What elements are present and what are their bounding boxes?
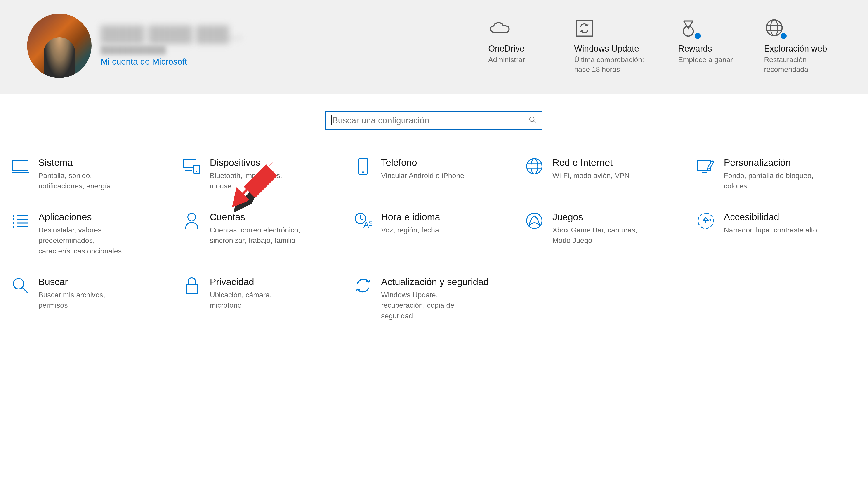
search-section: Buscar una configuración bbox=[0, 94, 868, 151]
profile-name-blurred: ████ ████ ███... bbox=[101, 25, 242, 43]
devices-icon bbox=[183, 157, 201, 175]
category-desc: Vincular Android o iPhone bbox=[381, 170, 476, 181]
svg-text:A字: A字 bbox=[364, 220, 372, 229]
category-title: Cuentas bbox=[210, 212, 343, 223]
text-cursor bbox=[331, 116, 332, 125]
category-privacidad[interactable]: Privacidad Ubicación, cámara, micrófono bbox=[183, 276, 343, 321]
svg-rect-23 bbox=[13, 215, 14, 217]
svg-line-8 bbox=[534, 121, 536, 123]
category-title: Hora e idioma bbox=[381, 212, 514, 223]
category-title: Accesibilidad bbox=[724, 212, 857, 223]
category-desc: Voz, región, fecha bbox=[381, 225, 476, 235]
tile-onedrive[interactable]: OneDrive Administrar bbox=[488, 16, 547, 74]
tile-title: Windows Update bbox=[574, 44, 639, 54]
category-desc: Fondo, pantalla de bloqueo, colores bbox=[724, 170, 819, 191]
onedrive-icon bbox=[488, 16, 511, 41]
category-accesibilidad[interactable]: Accesibilidad Narrador, lupa, contraste … bbox=[697, 212, 857, 256]
category-red[interactable]: Red e Internet Wi-Fi, modo avión, VPN bbox=[525, 157, 685, 191]
update-icon bbox=[574, 16, 594, 41]
accessibility-icon bbox=[697, 212, 715, 230]
notification-badge-icon bbox=[694, 32, 702, 40]
svg-point-31 bbox=[188, 213, 195, 221]
tile-title: Rewards bbox=[678, 44, 712, 54]
category-actualizacion[interactable]: Actualización y seguridad Windows Update… bbox=[354, 276, 514, 321]
category-juegos[interactable]: Juegos Xbox Game Bar, capturas, Modo Jue… bbox=[525, 212, 685, 256]
microsoft-account-link[interactable]: Mi cuenta de Microsoft bbox=[101, 57, 242, 67]
category-title: Buscar bbox=[38, 276, 171, 287]
svg-rect-24 bbox=[13, 219, 14, 220]
category-desc: Narrador, lupa, contraste alto bbox=[724, 225, 819, 235]
category-desc: Buscar mis archivos, permisos bbox=[38, 290, 133, 311]
category-buscar[interactable]: Buscar Buscar mis archivos, permisos bbox=[11, 276, 171, 321]
rewards-icon bbox=[678, 18, 699, 39]
notification-badge-icon bbox=[780, 32, 788, 40]
system-icon bbox=[11, 157, 29, 175]
svg-point-16 bbox=[362, 171, 364, 173]
tile-title: OneDrive bbox=[488, 44, 525, 54]
category-desc: Windows Update, recuperación, copia de s… bbox=[381, 290, 476, 321]
privacy-icon bbox=[183, 276, 201, 295]
svg-rect-25 bbox=[13, 222, 14, 224]
svg-point-18 bbox=[531, 159, 538, 174]
tile-windows-update[interactable]: Windows Update Última comprobación: hace… bbox=[574, 16, 651, 74]
tile-rewards[interactable]: Rewards Empiece a ganar bbox=[678, 16, 737, 74]
tile-web-exploration[interactable]: Exploración web Restauración recomendada bbox=[764, 16, 841, 74]
category-desc: Desinstalar, valores predeterminados, ca… bbox=[38, 225, 133, 256]
category-title: Personalización bbox=[724, 157, 857, 168]
header-section: ████ ████ ███... ████████████ Mi cuenta … bbox=[0, 0, 868, 94]
categories-grid: Sistema Pantalla, sonido, notificaciones… bbox=[0, 151, 868, 321]
apps-icon bbox=[11, 212, 29, 230]
personalization-icon bbox=[697, 157, 715, 175]
category-personalizacion[interactable]: Personalización Fondo, pantalla de bloqu… bbox=[697, 157, 857, 191]
category-desc: Ubicación, cámara, micrófono bbox=[210, 290, 305, 311]
svg-rect-40 bbox=[186, 284, 197, 294]
category-aplicaciones[interactable]: Aplicaciones Desinstalar, valores predet… bbox=[11, 212, 171, 256]
category-desc: Wi-Fi, modo avión, VPN bbox=[553, 170, 647, 181]
svg-point-17 bbox=[527, 159, 542, 174]
status-tiles: OneDrive Administrar Windows Update Últi… bbox=[488, 13, 841, 74]
globe-icon bbox=[764, 18, 784, 39]
category-desc: Pantalla, sonido, notificaciones, energí… bbox=[38, 170, 133, 191]
category-hora[interactable]: A字 Hora e idioma Voz, región, fecha bbox=[354, 212, 514, 256]
svg-point-38 bbox=[13, 279, 24, 289]
phone-icon bbox=[354, 157, 372, 175]
category-sistema[interactable]: Sistema Pantalla, sonido, notificaciones… bbox=[11, 157, 171, 191]
svg-point-4 bbox=[771, 20, 778, 36]
svg-point-3 bbox=[766, 20, 782, 36]
profile-email-blurred: ████████████ bbox=[101, 45, 242, 54]
tile-sub: Empiece a ganar bbox=[678, 55, 733, 65]
search-placeholder: Buscar una configuración bbox=[332, 116, 528, 125]
profile-info: ████ ████ ███... ████████████ Mi cuenta … bbox=[101, 25, 242, 67]
category-title: Red e Internet bbox=[553, 157, 685, 168]
tile-sub: Última comprobación: hace 18 horas bbox=[574, 55, 651, 74]
search-icon bbox=[528, 116, 537, 125]
category-title: Teléfono bbox=[381, 157, 514, 168]
avatar[interactable] bbox=[27, 13, 92, 78]
time-language-icon: A字 bbox=[354, 212, 372, 230]
search-category-icon bbox=[11, 276, 29, 295]
svg-line-35 bbox=[360, 219, 363, 220]
svg-point-13 bbox=[196, 171, 197, 172]
category-dispositivos[interactable]: Dispositivos Bluetooth, impresoras, mous… bbox=[183, 157, 343, 191]
profile-area[interactable]: ████ ████ ███... ████████████ Mi cuenta … bbox=[27, 13, 242, 78]
category-title: Privacidad bbox=[210, 276, 343, 287]
update-security-icon bbox=[354, 276, 372, 295]
category-telefono[interactable]: Teléfono Vincular Android o iPhone bbox=[354, 157, 514, 191]
gaming-icon bbox=[525, 212, 544, 230]
category-cuentas[interactable]: Cuentas Cuentas, correo electrónico, sin… bbox=[183, 212, 343, 256]
search-input[interactable]: Buscar una configuración bbox=[326, 111, 542, 130]
svg-rect-0 bbox=[577, 20, 592, 36]
category-desc: Xbox Game Bar, capturas, Modo Juego bbox=[553, 225, 647, 246]
tile-sub: Restauración recomendada bbox=[764, 55, 841, 74]
category-desc: Bluetooth, impresoras, mouse bbox=[210, 170, 305, 191]
tile-sub: Administrar bbox=[488, 55, 525, 65]
svg-rect-9 bbox=[13, 160, 28, 170]
category-title: Dispositivos bbox=[210, 157, 343, 168]
category-title: Sistema bbox=[38, 157, 171, 168]
category-title: Actualización y seguridad bbox=[381, 276, 514, 287]
svg-line-39 bbox=[23, 288, 28, 293]
category-title: Aplicaciones bbox=[38, 212, 171, 223]
accounts-icon bbox=[183, 212, 201, 230]
category-desc: Cuentas, correo electrónico, sincronizar… bbox=[210, 225, 305, 246]
category-title: Juegos bbox=[553, 212, 685, 223]
